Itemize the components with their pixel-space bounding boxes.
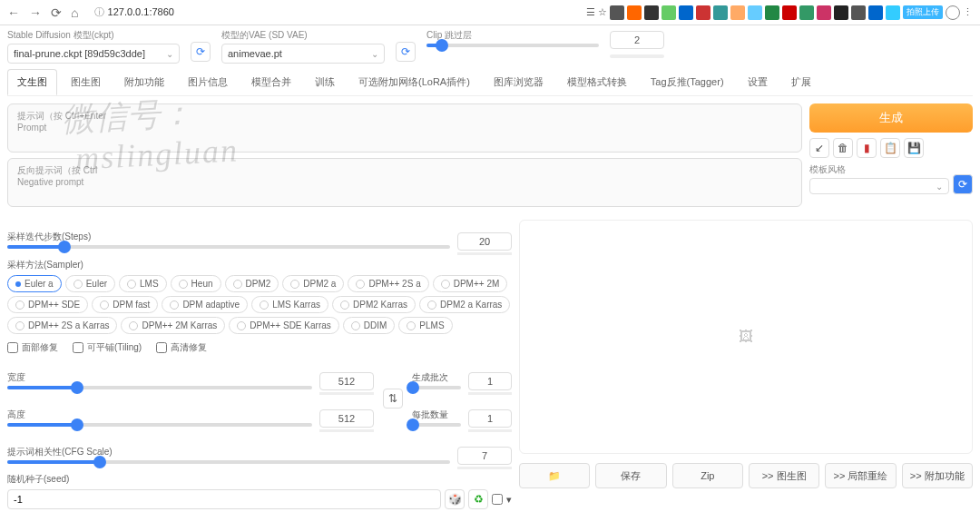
- zip-button[interactable]: Zip: [672, 463, 743, 488]
- clip-slider[interactable]: [426, 44, 599, 47]
- sampler-option[interactable]: DPM++ 2S a: [348, 275, 428, 292]
- ext-icon[interactable]: [627, 5, 642, 20]
- vae-dropdown[interactable]: animevae.pt: [221, 44, 385, 64]
- card-icon[interactable]: ▮: [857, 138, 877, 158]
- arrow-icon[interactable]: ↙: [809, 138, 829, 158]
- model-dropdown[interactable]: final-prune.ckpt [89d59c3dde]: [7, 44, 180, 64]
- trash-icon[interactable]: 🗑: [833, 138, 853, 158]
- refresh-model-icon[interactable]: ⟳: [191, 42, 211, 62]
- sampler-option[interactable]: PLMS: [398, 317, 452, 334]
- ext-icon[interactable]: [868, 5, 883, 20]
- ext-icon[interactable]: [679, 5, 693, 20]
- reader-icon[interactable]: ☰: [586, 6, 595, 18]
- sampler-option[interactable]: DPM2 Karras: [332, 296, 416, 313]
- forward-icon[interactable]: →: [29, 5, 42, 20]
- sampler-option[interactable]: DPM2 a: [282, 275, 344, 292]
- sampler-option[interactable]: DPM++ SDE: [7, 296, 88, 313]
- negative-prompt-input[interactable]: 反向提示词（按 Ctrl Negative prompt: [7, 158, 802, 207]
- save-icon[interactable]: 💾: [904, 138, 924, 158]
- refresh-vae-icon[interactable]: ⟳: [396, 42, 416, 62]
- height-slider[interactable]: [7, 423, 312, 427]
- tab-pnginfo[interactable]: 图片信息: [178, 69, 238, 95]
- hires-checkbox[interactable]: 高清修复: [156, 341, 207, 354]
- ext-icon[interactable]: [799, 5, 814, 20]
- sampler-option[interactable]: DPM2 a Karras: [419, 296, 510, 313]
- send-extras-button[interactable]: >> 附加功能: [902, 463, 973, 488]
- seed-input[interactable]: [7, 489, 441, 509]
- tab-merge[interactable]: 模型合并: [241, 69, 301, 95]
- sampler-option[interactable]: Euler a: [7, 275, 62, 292]
- tab-settings[interactable]: 设置: [738, 69, 778, 95]
- save-button[interactable]: 保存: [595, 463, 666, 488]
- user-icon[interactable]: [946, 5, 960, 20]
- ext-icon[interactable]: [834, 5, 848, 20]
- send-inpaint-button[interactable]: >> 局部重绘: [825, 463, 896, 488]
- batch-count-value[interactable]: 1: [468, 372, 512, 390]
- seed-chevron-icon[interactable]: ▾: [506, 494, 512, 506]
- ext-icon[interactable]: [610, 5, 624, 20]
- ext-icon[interactable]: [730, 5, 745, 20]
- tab-train[interactable]: 训练: [305, 69, 345, 95]
- ext-icon[interactable]: [782, 5, 797, 20]
- tab-tagger[interactable]: Tag反推(Tagger): [641, 69, 734, 95]
- tab-txt2img[interactable]: 文生图: [7, 69, 57, 95]
- back-icon[interactable]: ←: [7, 5, 20, 20]
- upload-badge[interactable]: 拍照上传: [903, 5, 943, 19]
- swap-dims-icon[interactable]: ⇅: [383, 389, 403, 409]
- home-icon[interactable]: ⌂: [71, 5, 78, 20]
- sampler-option[interactable]: LMS Karras: [251, 296, 328, 313]
- batch-count-slider[interactable]: [412, 386, 461, 389]
- width-value[interactable]: 512: [319, 372, 374, 390]
- steps-value[interactable]: 20: [457, 232, 512, 251]
- reload-icon[interactable]: ⟳: [51, 5, 62, 20]
- sampler-option[interactable]: DPM++ SDE Karras: [229, 317, 338, 334]
- open-folder-button[interactable]: 📁: [519, 463, 590, 488]
- send-img2img-button[interactable]: >> 图生图: [749, 463, 819, 488]
- ext-icon[interactable]: [748, 5, 762, 20]
- ext-icon[interactable]: [696, 5, 710, 20]
- generate-button[interactable]: 生成: [809, 103, 973, 133]
- batch-size-value[interactable]: 1: [468, 409, 512, 428]
- tab-img2img[interactable]: 图生图: [61, 69, 111, 95]
- tab-extensions[interactable]: 扩展: [781, 69, 821, 95]
- url-bar[interactable]: ⓘ 127.0.0.1:7860: [87, 4, 181, 21]
- sampler-option[interactable]: DPM++ 2M: [433, 275, 508, 292]
- sampler-option[interactable]: LMS: [119, 275, 167, 292]
- width-slider[interactable]: [7, 386, 312, 389]
- cfg-value[interactable]: 7: [457, 447, 512, 465]
- ext-icon[interactable]: [662, 5, 676, 20]
- tab-convert[interactable]: 模型格式转换: [557, 69, 637, 95]
- ext-icon[interactable]: [886, 5, 900, 20]
- tab-extras[interactable]: 附加功能: [114, 69, 174, 95]
- recycle-icon[interactable]: ♻: [468, 489, 488, 509]
- sampler-option[interactable]: DPM fast: [92, 296, 158, 313]
- face-restore-checkbox[interactable]: 面部修复: [7, 341, 58, 354]
- steps-slider[interactable]: [7, 245, 450, 249]
- template-dropdown[interactable]: [809, 178, 949, 194]
- ext-icon[interactable]: [765, 5, 779, 20]
- tab-browser[interactable]: 图库浏览器: [484, 69, 554, 95]
- prompt-input[interactable]: 提示词（按 Ctrl+Enter Prompt: [7, 103, 802, 153]
- tiling-checkbox[interactable]: 可平铺(Tiling): [73, 341, 142, 354]
- sampler-option[interactable]: DPM adaptive: [162, 296, 248, 313]
- tab-lora[interactable]: 可选附加网络(LoRA插件): [348, 69, 480, 95]
- sampler-option[interactable]: Euler: [65, 275, 115, 292]
- batch-size-slider[interactable]: [412, 423, 461, 427]
- clip-value[interactable]: 2: [610, 31, 664, 49]
- ext-icon[interactable]: [644, 5, 659, 20]
- sampler-option[interactable]: DPM++ 2M Karras: [121, 317, 225, 334]
- clipboard-icon[interactable]: 📋: [880, 138, 900, 158]
- menu-icon[interactable]: ⋮: [963, 6, 973, 18]
- dice-icon[interactable]: 🎲: [445, 489, 465, 509]
- ext-icon[interactable]: [817, 5, 831, 20]
- ext-icon[interactable]: [713, 5, 728, 20]
- sampler-option[interactable]: DDIM: [343, 317, 396, 334]
- sampler-option[interactable]: Heun: [171, 275, 221, 292]
- refresh-template-icon[interactable]: ⟳: [953, 174, 973, 194]
- sampler-option[interactable]: DPM++ 2S a Karras: [7, 317, 117, 334]
- seed-extra-checkbox[interactable]: [492, 494, 503, 505]
- sampler-option[interactable]: DPM2: [225, 275, 279, 292]
- ext-icon[interactable]: [851, 5, 866, 20]
- cfg-slider[interactable]: [7, 460, 450, 464]
- height-value[interactable]: 512: [319, 409, 374, 428]
